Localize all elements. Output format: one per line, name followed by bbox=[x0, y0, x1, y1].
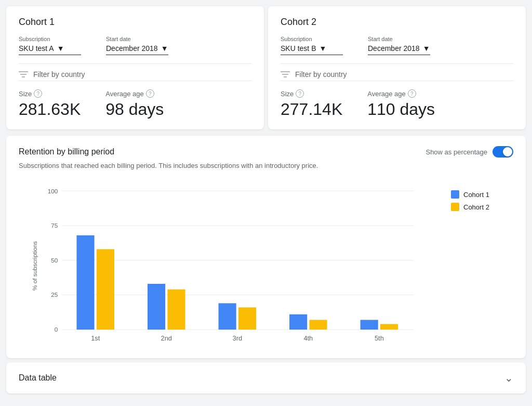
cohort2-panel: Cohort 2 Subscription SKU test B ▼ Start… bbox=[268, 6, 526, 129]
cohort2-avgage-value: 110 days bbox=[367, 100, 435, 119]
cohort2-startdate-value: December 2018 bbox=[368, 44, 420, 53]
cohort2-subscription-arrow-icon: ▼ bbox=[319, 44, 326, 53]
bar-cohort1-2nd bbox=[148, 284, 165, 330]
cohort1-subscription-group: Subscription SKU test A ▼ bbox=[19, 36, 81, 55]
cohort1-size-label: Size bbox=[19, 90, 32, 98]
show-percentage-toggle[interactable] bbox=[493, 146, 513, 158]
cohort1-subscription-label: Subscription bbox=[19, 36, 81, 42]
cohort2-startdate-group: Start date December 2018 ▼ bbox=[368, 36, 430, 55]
bar-cohort2-3rd bbox=[238, 307, 256, 330]
cohort2-startdate-label: Start date bbox=[368, 36, 430, 42]
cohort1-startdate-dropdown[interactable]: December 2018 ▼ bbox=[106, 44, 168, 55]
cohort2-subscription-dropdown[interactable]: SKU test B ▼ bbox=[281, 44, 343, 55]
cohort2-avgage-label: Average age bbox=[367, 90, 406, 98]
bar-cohort1-4th bbox=[289, 315, 307, 330]
toggle-row: Show as percentage bbox=[425, 146, 513, 158]
svg-text:0: 0 bbox=[55, 326, 58, 333]
bar-cohort1-1st bbox=[76, 235, 94, 330]
cohort2-subscription-label: Subscription bbox=[281, 36, 343, 42]
cohort1-avgage-label: Average age bbox=[105, 90, 144, 98]
svg-text:5th: 5th bbox=[375, 334, 384, 342]
cohort1-subscription-arrow-icon: ▼ bbox=[57, 44, 64, 53]
cohort1-startdate-arrow-icon: ▼ bbox=[161, 44, 168, 53]
cohort1-title: Cohort 1 bbox=[19, 17, 251, 28]
legend-cohort2-label: Cohort 2 bbox=[463, 203, 489, 211]
cohort2-startdate-dropdown[interactable]: December 2018 ▼ bbox=[368, 44, 430, 55]
chart-container: % of subscriptions 100 75 50 25 0 bbox=[19, 180, 513, 348]
svg-text:75: 75 bbox=[51, 222, 58, 229]
cohort1-filter-row[interactable]: Filter by country bbox=[19, 63, 251, 81]
bar-cohort1-5th bbox=[361, 320, 378, 330]
bar-cohort2-1st bbox=[97, 249, 114, 330]
chart-header: Retention by billing period Show as perc… bbox=[19, 146, 513, 158]
legend-cohort1: Cohort 1 bbox=[451, 190, 513, 199]
svg-text:4th: 4th bbox=[303, 334, 313, 342]
cohort1-filter-icon bbox=[19, 71, 28, 78]
cohort1-size-help-icon[interactable]: ? bbox=[34, 89, 42, 98]
data-table-title: Data table bbox=[19, 373, 57, 383]
cohort1-filter-text: Filter by country bbox=[33, 70, 85, 78]
svg-text:1st: 1st bbox=[91, 334, 100, 342]
cohort1-startdate-value: December 2018 bbox=[106, 44, 158, 53]
svg-text:3rd: 3rd bbox=[233, 334, 243, 342]
cohort2-size-value: 277.14K bbox=[281, 100, 342, 119]
svg-text:50: 50 bbox=[51, 257, 58, 264]
svg-text:25: 25 bbox=[51, 291, 58, 298]
cohort2-subscription-group: Subscription SKU test B ▼ bbox=[281, 36, 343, 55]
cohort2-size-block: Size ? 277.14K bbox=[281, 89, 342, 119]
cohort2-startdate-arrow-icon: ▼ bbox=[423, 44, 430, 53]
toggle-label: Show as percentage bbox=[425, 148, 487, 156]
cohort2-filter-row[interactable]: Filter by country bbox=[281, 63, 513, 81]
chart-section: Retention by billing period Show as perc… bbox=[6, 136, 526, 358]
cohort1-avgage-value: 98 days bbox=[105, 100, 164, 119]
cohort1-avgage-block: Average age ? 98 days bbox=[105, 89, 164, 119]
cohort2-subscription-value: SKU test B bbox=[281, 44, 316, 53]
svg-text:% of subscriptions: % of subscriptions bbox=[31, 241, 38, 291]
cohort2-filter-text: Filter by country bbox=[295, 70, 347, 78]
cohort1-startdate-group: Start date December 2018 ▼ bbox=[106, 36, 168, 55]
cohort2-title: Cohort 2 bbox=[281, 17, 513, 28]
cohort2-size-help-icon[interactable]: ? bbox=[296, 89, 304, 98]
cohort1-panel: Cohort 1 Subscription SKU test A ▼ Start… bbox=[6, 6, 264, 129]
bar-cohort2-2nd bbox=[167, 290, 185, 330]
cohort1-subscription-dropdown[interactable]: SKU test A ▼ bbox=[19, 44, 81, 55]
cohort1-startdate-label: Start date bbox=[106, 36, 168, 42]
chart-subtitle: Subscriptions that reached each billing … bbox=[19, 162, 513, 169]
chart-area: % of subscriptions 100 75 50 25 0 bbox=[19, 180, 443, 348]
legend-cohort1-color bbox=[451, 190, 459, 199]
cohort2-avgage-block: Average age ? 110 days bbox=[367, 89, 435, 119]
bar-cohort2-5th bbox=[380, 324, 398, 330]
legend-cohort2: Cohort 2 bbox=[451, 203, 513, 211]
cohort1-subscription-value: SKU test A bbox=[19, 44, 54, 53]
bar-chart-svg: % of subscriptions 100 75 50 25 0 bbox=[19, 180, 443, 346]
cohort2-size-label: Size bbox=[281, 90, 294, 98]
cohort1-size-block: Size ? 281.63K bbox=[19, 89, 81, 119]
cohort2-avgage-help-icon[interactable]: ? bbox=[408, 89, 416, 98]
cohort2-filter-icon bbox=[281, 71, 290, 78]
legend-cohort1-label: Cohort 1 bbox=[463, 191, 489, 199]
data-table-chevron-icon: ⌄ bbox=[504, 372, 513, 384]
cohort1-size-value: 281.63K bbox=[19, 100, 81, 119]
chart-title: Retention by billing period bbox=[19, 147, 114, 156]
data-table-section[interactable]: Data table ⌄ bbox=[6, 362, 526, 394]
cohort1-avgage-help-icon[interactable]: ? bbox=[146, 89, 154, 98]
bar-cohort2-4th bbox=[309, 320, 327, 330]
chart-legend: Cohort 1 Cohort 2 bbox=[451, 180, 513, 348]
svg-text:2nd: 2nd bbox=[161, 334, 172, 342]
bar-cohort1-3rd bbox=[219, 303, 236, 330]
svg-text:Billing period: Billing period bbox=[217, 346, 255, 346]
legend-cohort2-color bbox=[451, 203, 459, 211]
svg-text:100: 100 bbox=[48, 188, 58, 194]
